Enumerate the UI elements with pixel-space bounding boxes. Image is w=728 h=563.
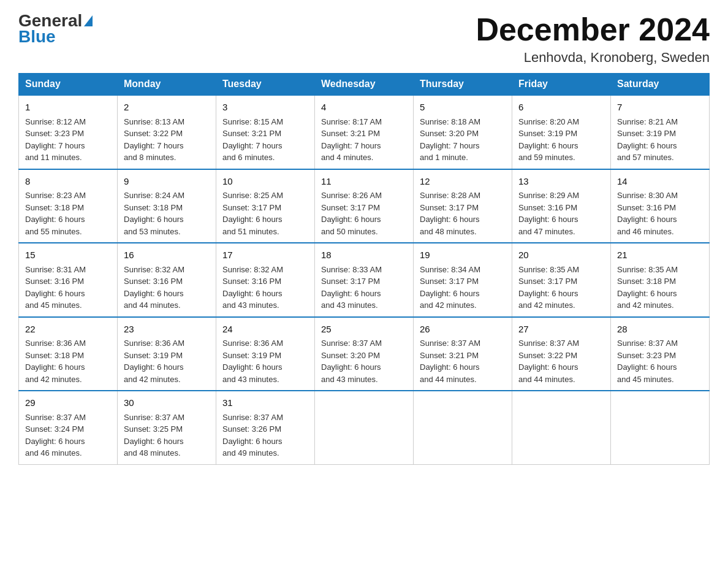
header-sunday: Sunday bbox=[19, 74, 118, 96]
day-cell: 4 Sunrise: 8:17 AMSunset: 3:21 PMDayligh… bbox=[315, 95, 414, 169]
subtitle: Lenhovda, Kronoberg, Sweden bbox=[476, 50, 710, 66]
day-number: 25 bbox=[321, 323, 407, 337]
day-info: Sunrise: 8:37 AMSunset: 3:25 PMDaylight:… bbox=[124, 412, 210, 459]
day-number: 28 bbox=[617, 323, 703, 337]
logo: General Blue bbox=[18, 12, 93, 45]
day-info: Sunrise: 8:26 AMSunset: 3:17 PMDaylight:… bbox=[321, 190, 407, 237]
day-number: 9 bbox=[124, 175, 210, 189]
page-header: General Blue December 2024 Lenhovda, Kro… bbox=[18, 12, 710, 66]
day-cell: 9 Sunrise: 8:24 AMSunset: 3:18 PMDayligh… bbox=[118, 169, 216, 243]
header-row: Sunday Monday Tuesday Wednesday Thursday… bbox=[19, 74, 710, 96]
day-info: Sunrise: 8:37 AMSunset: 3:20 PMDaylight:… bbox=[321, 337, 407, 385]
day-info: Sunrise: 8:32 AMSunset: 3:16 PMDaylight:… bbox=[222, 264, 308, 312]
day-info: Sunrise: 8:20 AMSunset: 3:19 PMDaylight:… bbox=[518, 116, 604, 164]
day-cell: 18 Sunrise: 8:33 AMSunset: 3:17 PMDaylig… bbox=[315, 243, 414, 317]
day-info: Sunrise: 8:37 AMSunset: 3:22 PMDaylight:… bbox=[518, 337, 604, 385]
day-info: Sunrise: 8:13 AMSunset: 3:22 PMDaylight:… bbox=[124, 116, 210, 164]
week-row-1: 1 Sunrise: 8:12 AMSunset: 3:23 PMDayligh… bbox=[19, 95, 710, 169]
day-info: Sunrise: 8:32 AMSunset: 3:16 PMDaylight:… bbox=[124, 264, 210, 312]
day-cell: 14 Sunrise: 8:30 AMSunset: 3:16 PMDaylig… bbox=[611, 169, 710, 243]
day-info: Sunrise: 8:36 AMSunset: 3:18 PMDaylight:… bbox=[25, 337, 111, 385]
day-cell: 21 Sunrise: 8:35 AMSunset: 3:18 PMDaylig… bbox=[611, 243, 710, 317]
day-number: 23 bbox=[124, 323, 210, 337]
day-cell: 8 Sunrise: 8:23 AMSunset: 3:18 PMDayligh… bbox=[19, 169, 118, 243]
day-number: 16 bbox=[124, 248, 210, 262]
day-cell: 15 Sunrise: 8:31 AMSunset: 3:16 PMDaylig… bbox=[19, 243, 118, 317]
day-cell: 23 Sunrise: 8:36 AMSunset: 3:19 PMDaylig… bbox=[118, 317, 216, 391]
day-cell: 26 Sunrise: 8:37 AMSunset: 3:21 PMDaylig… bbox=[414, 317, 512, 391]
day-cell: 1 Sunrise: 8:12 AMSunset: 3:23 PMDayligh… bbox=[19, 95, 118, 169]
page-title: December 2024 bbox=[476, 12, 710, 47]
day-info: Sunrise: 8:17 AMSunset: 3:21 PMDaylight:… bbox=[321, 116, 407, 164]
day-cell: 5 Sunrise: 8:18 AMSunset: 3:20 PMDayligh… bbox=[414, 95, 512, 169]
day-number: 22 bbox=[25, 323, 111, 337]
day-cell: 3 Sunrise: 8:15 AMSunset: 3:21 PMDayligh… bbox=[216, 95, 315, 169]
week-row-2: 8 Sunrise: 8:23 AMSunset: 3:18 PMDayligh… bbox=[19, 169, 710, 243]
day-cell: 31 Sunrise: 8:37 AMSunset: 3:26 PMDaylig… bbox=[216, 391, 315, 464]
day-cell: 2 Sunrise: 8:13 AMSunset: 3:22 PMDayligh… bbox=[118, 95, 216, 169]
day-cell: 7 Sunrise: 8:21 AMSunset: 3:19 PMDayligh… bbox=[611, 95, 710, 169]
day-info: Sunrise: 8:15 AMSunset: 3:21 PMDaylight:… bbox=[222, 116, 308, 164]
day-cell: 25 Sunrise: 8:37 AMSunset: 3:20 PMDaylig… bbox=[315, 317, 414, 391]
day-cell: 19 Sunrise: 8:34 AMSunset: 3:17 PMDaylig… bbox=[414, 243, 512, 317]
day-number: 7 bbox=[617, 101, 703, 115]
day-number: 21 bbox=[617, 248, 703, 262]
day-number: 17 bbox=[222, 248, 308, 262]
day-number: 10 bbox=[222, 175, 308, 189]
day-cell: 30 Sunrise: 8:37 AMSunset: 3:25 PMDaylig… bbox=[118, 391, 216, 464]
day-number: 20 bbox=[518, 248, 604, 262]
day-info: Sunrise: 8:37 AMSunset: 3:23 PMDaylight:… bbox=[617, 337, 703, 385]
week-row-3: 15 Sunrise: 8:31 AMSunset: 3:16 PMDaylig… bbox=[19, 243, 710, 317]
week-row-4: 22 Sunrise: 8:36 AMSunset: 3:18 PMDaylig… bbox=[19, 317, 710, 391]
day-number: 6 bbox=[518, 101, 604, 115]
day-number: 5 bbox=[420, 101, 506, 115]
day-number: 12 bbox=[420, 175, 506, 189]
day-info: Sunrise: 8:29 AMSunset: 3:16 PMDaylight:… bbox=[518, 190, 604, 237]
title-section: December 2024 Lenhovda, Kronoberg, Swede… bbox=[476, 12, 710, 66]
day-info: Sunrise: 8:31 AMSunset: 3:16 PMDaylight:… bbox=[25, 264, 111, 312]
day-info: Sunrise: 8:35 AMSunset: 3:17 PMDaylight:… bbox=[518, 264, 604, 312]
day-cell bbox=[315, 391, 414, 464]
day-number: 1 bbox=[25, 101, 111, 115]
day-cell: 28 Sunrise: 8:37 AMSunset: 3:23 PMDaylig… bbox=[611, 317, 710, 391]
day-cell: 20 Sunrise: 8:35 AMSunset: 3:17 PMDaylig… bbox=[512, 243, 611, 317]
day-cell: 24 Sunrise: 8:36 AMSunset: 3:19 PMDaylig… bbox=[216, 317, 315, 391]
header-thursday: Thursday bbox=[414, 74, 512, 96]
day-info: Sunrise: 8:24 AMSunset: 3:18 PMDaylight:… bbox=[124, 190, 210, 237]
day-number: 27 bbox=[518, 323, 604, 337]
day-number: 31 bbox=[222, 396, 308, 410]
day-info: Sunrise: 8:33 AMSunset: 3:17 PMDaylight:… bbox=[321, 264, 407, 312]
day-number: 18 bbox=[321, 248, 407, 262]
header-wednesday: Wednesday bbox=[315, 74, 414, 96]
day-number: 26 bbox=[420, 323, 506, 337]
day-number: 15 bbox=[25, 248, 111, 262]
day-cell: 13 Sunrise: 8:29 AMSunset: 3:16 PMDaylig… bbox=[512, 169, 611, 243]
header-tuesday: Tuesday bbox=[216, 74, 315, 96]
day-number: 4 bbox=[321, 101, 407, 115]
day-number: 2 bbox=[124, 101, 210, 115]
day-info: Sunrise: 8:35 AMSunset: 3:18 PMDaylight:… bbox=[617, 264, 703, 312]
day-cell: 22 Sunrise: 8:36 AMSunset: 3:18 PMDaylig… bbox=[19, 317, 118, 391]
day-cell bbox=[414, 391, 512, 464]
day-number: 19 bbox=[420, 248, 506, 262]
day-info: Sunrise: 8:36 AMSunset: 3:19 PMDaylight:… bbox=[222, 337, 308, 385]
calendar-header: Sunday Monday Tuesday Wednesday Thursday… bbox=[19, 74, 710, 96]
day-number: 14 bbox=[617, 175, 703, 189]
day-info: Sunrise: 8:23 AMSunset: 3:18 PMDaylight:… bbox=[25, 190, 111, 237]
day-info: Sunrise: 8:28 AMSunset: 3:17 PMDaylight:… bbox=[420, 190, 506, 237]
day-info: Sunrise: 8:12 AMSunset: 3:23 PMDaylight:… bbox=[25, 116, 111, 164]
day-info: Sunrise: 8:37 AMSunset: 3:24 PMDaylight:… bbox=[25, 412, 111, 459]
header-friday: Friday bbox=[512, 74, 611, 96]
day-cell: 29 Sunrise: 8:37 AMSunset: 3:24 PMDaylig… bbox=[19, 391, 118, 464]
day-number: 29 bbox=[25, 396, 111, 410]
day-cell: 17 Sunrise: 8:32 AMSunset: 3:16 PMDaylig… bbox=[216, 243, 315, 317]
day-number: 30 bbox=[124, 396, 210, 410]
day-cell: 11 Sunrise: 8:26 AMSunset: 3:17 PMDaylig… bbox=[315, 169, 414, 243]
day-info: Sunrise: 8:18 AMSunset: 3:20 PMDaylight:… bbox=[420, 116, 506, 164]
day-number: 13 bbox=[518, 175, 604, 189]
day-number: 24 bbox=[222, 323, 308, 337]
logo-blue: Blue bbox=[18, 28, 56, 45]
day-info: Sunrise: 8:30 AMSunset: 3:16 PMDaylight:… bbox=[617, 190, 703, 237]
day-cell bbox=[512, 391, 611, 464]
logo-triangle-icon bbox=[84, 15, 93, 26]
